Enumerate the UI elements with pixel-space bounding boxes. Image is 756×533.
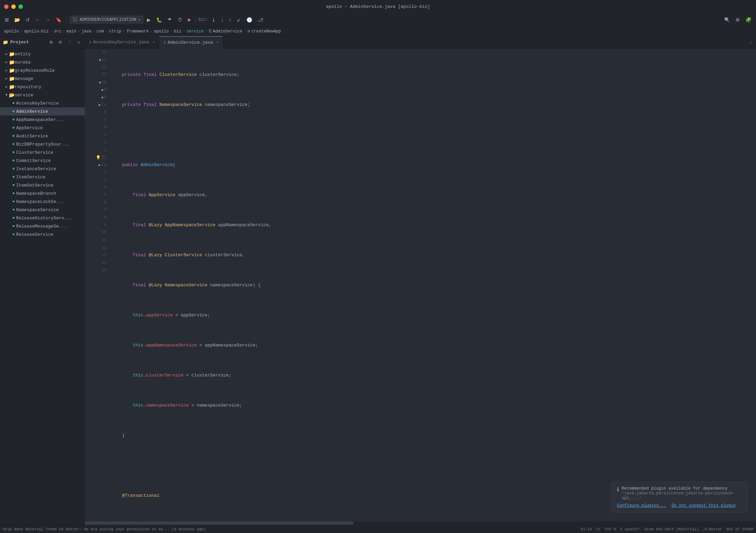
sync-button[interactable]: ↺ <box>24 16 32 24</box>
sidebar-item-bizdbpropertysour[interactable]: ● BizDBPropertySour... <box>0 140 85 148</box>
sidebar-item-service[interactable]: ▼ 📂 service <box>0 91 85 99</box>
maximize-button[interactable] <box>18 4 23 9</box>
breadcrumb-apollo2[interactable]: apollo <box>154 29 169 34</box>
sidebar-item-label: NamespaceLockSe... <box>16 199 64 204</box>
notification-popup: ℹ Recommended plugin available for depen… <box>611 482 748 512</box>
sidebar-item-namespacelockse[interactable]: ● NamespaceLockSe... <box>0 197 85 206</box>
breadcrumb-apollo-biz[interactable]: apollo-biz <box>24 29 49 34</box>
code-content[interactable]: private final ClusterService clusterServ… <box>109 49 756 521</box>
status-charset[interactable]: UTF-8 <box>605 527 616 531</box>
status-encoding[interactable]: LF <box>596 527 600 531</box>
tab-close-icon[interactable]: × <box>216 40 219 44</box>
gutter-line-11b: 11 <box>85 236 109 244</box>
editor-content[interactable]: 14 13 12 11 10 <box>85 49 756 521</box>
sidebar-item-entity[interactable]: ▶ 📁 entity <box>0 50 85 58</box>
arrow-icon: ▶ <box>5 77 8 81</box>
sidebar-settings-button[interactable]: ⋮ <box>66 39 74 46</box>
lightbulb-icon[interactable]: 💡 <box>96 155 101 160</box>
debug-button[interactable]: 🐛 <box>154 16 164 24</box>
breadcrumb-framework[interactable]: framework <box>127 29 149 34</box>
breadcrumb-adminservice[interactable]: AdminService <box>213 29 242 34</box>
breadcrumb-java[interactable]: java <box>81 29 91 34</box>
sidebar-expand-button[interactable]: ⊞ <box>48 39 55 46</box>
tab-accesskeyservice[interactable]: J AccessKeyService.java × <box>85 36 159 49</box>
sidebar-item-grayreleaerule[interactable]: ▶ 📁 grayReleaseRule <box>0 66 85 74</box>
folder-icon: 📁 <box>9 51 15 57</box>
tab-adminservice[interactable]: J AdminService.java × <box>159 36 223 49</box>
sidebar-item-eureka[interactable]: ▶ 📁 eureka <box>0 58 85 66</box>
sidebar-item-auditservice[interactable]: ● AuditService <box>0 132 85 140</box>
breadcrumb-com[interactable]: com <box>96 29 104 34</box>
breadcrumb-createnewapp[interactable]: createNewApp <box>251 29 281 34</box>
minimize-button[interactable] <box>11 4 16 9</box>
sidebar-item-namespacebranch[interactable]: ● NamespaceBranch <box>0 189 85 197</box>
sidebar-close-button[interactable]: × <box>76 39 82 46</box>
sidebar-item-namespaceservice[interactable]: ● NamespaceService <box>0 206 85 214</box>
gutter-line-15: 15 <box>85 266 109 274</box>
gutter-line-12: 12 <box>85 64 109 71</box>
plugins-button[interactable]: 🧩 <box>743 16 753 24</box>
status-indent[interactable]: 2 spaces* <box>620 527 640 531</box>
profile-button[interactable]: ⏱ <box>175 16 184 24</box>
breadcrumb-main[interactable]: main <box>66 29 76 34</box>
scrollbar-thumb[interactable] <box>85 521 353 525</box>
git-pull-button[interactable]: ↓ <box>219 16 226 24</box>
status-theme[interactable]: Atom One Dark (Material) <box>645 527 699 531</box>
gutter-line-3b: 3 <box>85 176 109 184</box>
git-branches-button[interactable]: ⎇ <box>256 16 265 24</box>
sidebar-item-message[interactable]: ▶ 📁 message <box>0 74 85 83</box>
open-button[interactable]: 📂 <box>12 16 22 24</box>
coverage-button[interactable]: ☂ <box>165 16 174 24</box>
breadcrumb-service[interactable]: service <box>187 29 204 34</box>
git-dot-blue <box>98 104 100 106</box>
gutter-line-8: 8 <box>85 94 109 101</box>
close-button[interactable] <box>4 4 9 9</box>
sidebar-item-accesskeyservice[interactable]: ● AccessKeyService <box>0 99 85 107</box>
checkmark-icon[interactable]: ✓ <box>750 39 753 46</box>
sidebar-item-adminservice[interactable]: ● AdminService <box>0 107 85 115</box>
breadcrumb-ctrip[interactable]: ctrip <box>109 29 121 34</box>
git-push-button[interactable]: ↑ <box>227 16 233 24</box>
horizontal-scrollbar[interactable] <box>85 521 756 525</box>
sidebar-item-appservice[interactable]: ● AppService <box>0 124 85 132</box>
run-button[interactable]: ▶ <box>145 16 153 24</box>
sidebar-item-repository[interactable]: ▶ 📁 repository <box>0 83 85 91</box>
search-button[interactable]: 🔍 <box>722 16 732 24</box>
breadcrumb-biz[interactable]: biz <box>174 29 181 34</box>
sidebar-item-instanceservice[interactable]: ● InstanceService <box>0 165 85 173</box>
sidebar-item-commitservice[interactable]: ● CommitService <box>0 156 85 165</box>
project-view-button[interactable]: ⊞ <box>3 16 11 24</box>
sidebar-item-itemservice[interactable]: ● ItemService <box>0 173 85 181</box>
gutter-line-6: 6 <box>85 109 109 116</box>
back-button[interactable]: ← <box>33 16 42 24</box>
settings-button[interactable]: ⚙ <box>733 16 742 24</box>
sidebar-item-clusterservice[interactable]: ● ClusterService <box>0 148 85 156</box>
sidebar-item-appnamespaceser[interactable]: ● AppNamespaceSer... <box>0 115 85 124</box>
breadcrumb-class-icon: C <box>209 29 211 34</box>
git-revert-button[interactable]: ↙ <box>235 16 243 24</box>
gutter-line-2b: 2 <box>85 169 109 176</box>
breadcrumb-src[interactable]: src <box>54 29 62 34</box>
do-not-suggest-link[interactable]: Do not suggest this plugin <box>672 503 735 508</box>
forward-button[interactable]: → <box>43 16 52 24</box>
stop-button[interactable]: ■ <box>186 16 192 24</box>
sidebar-item-releasehistoryserv[interactable]: ● ReleaseHistoryServ... <box>0 214 85 222</box>
git-history-button[interactable]: 🕐 <box>244 16 254 24</box>
sidebar-item-label: ReleaseMessageSe... <box>16 224 67 229</box>
line-gutter: 14 13 12 11 10 <box>85 49 109 521</box>
status-lines[interactable]: 802 of 2048M <box>726 527 753 531</box>
fold-icon[interactable]: ⊟ <box>105 103 107 107</box>
sidebar-collapse-button[interactable]: ⊟ <box>57 39 64 46</box>
breadcrumb-apollo[interactable]: apollo <box>4 29 19 34</box>
sidebar-item-releaseservice[interactable]: ● ReleaseService <box>0 230 85 238</box>
status-branch[interactable]: ⎇ master <box>703 527 722 531</box>
configure-plugins-link[interactable]: Configure plugins... <box>617 503 666 508</box>
git-fetch-button[interactable]: ⤓ <box>210 16 218 24</box>
status-position[interactable]: 51:16 <box>581 527 592 531</box>
tab-close-icon[interactable]: × <box>152 40 155 44</box>
sidebar-item-itemsetservice[interactable]: ● ItemSetService <box>0 181 85 189</box>
bookmark-button[interactable]: 🔖 <box>54 16 64 24</box>
arrow-icon: ▼ <box>5 93 8 97</box>
sidebar-item-releasemessagese[interactable]: ● ReleaseMessageSe... <box>0 222 85 230</box>
run-config-dropdown[interactable]: ⬛ ADMINSERVICEAPPLICATION ▾ <box>69 16 144 24</box>
